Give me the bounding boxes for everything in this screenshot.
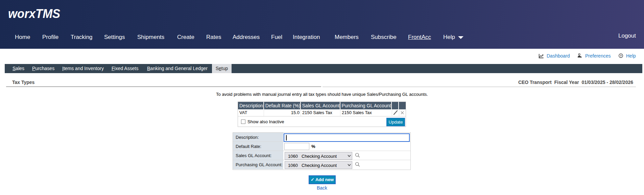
svg-text:?: ? bbox=[620, 54, 622, 58]
